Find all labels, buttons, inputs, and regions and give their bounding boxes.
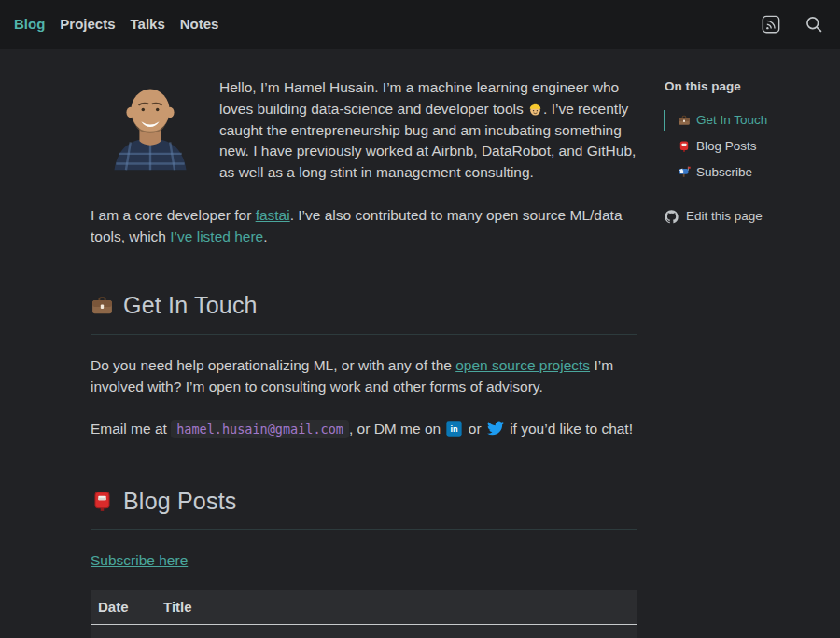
edit-this-page-link[interactable]: Edit this page (665, 207, 834, 226)
toc-item-subscribe[interactable]: Subscribe (665, 160, 834, 186)
get-in-touch-heading: Get In Touch (91, 288, 637, 335)
toc-title: On this page (665, 77, 834, 96)
blog-posts-section: Blog Posts Subscribe here Date Title 1/1… (91, 484, 637, 638)
svg-text:in: in (451, 424, 459, 434)
open-source-projects-link[interactable]: open source projects (455, 357, 590, 373)
nav-item-notes[interactable]: Notes (180, 14, 219, 35)
twitter-icon[interactable] (487, 420, 504, 443)
consulting-paragraph: Do you need help operationalizing ML, or… (91, 355, 637, 398)
email-address[interactable]: hamel.husain@gmail.com (171, 420, 349, 438)
fastai-link[interactable]: fastai (256, 207, 290, 223)
core-dev-paragraph: I am a core developer for fastai. I’ve a… (91, 205, 637, 248)
blog-posts-heading: Blog Posts (91, 484, 637, 531)
nav-links: Blog Projects Talks Notes (14, 14, 218, 35)
table-header-date: Date (91, 590, 156, 625)
on-this-page-sidebar: On this page Get In Touch Blog Posts Sub… (665, 77, 834, 226)
intro-section: Hello, I’m Hamel Husain. I’m a machine l… (91, 77, 637, 184)
briefcase-emoji (91, 294, 114, 317)
nav-item-blog[interactable]: Blog (14, 14, 45, 35)
github-icon (665, 210, 679, 224)
search-icon[interactable] (805, 15, 823, 34)
navbar: Blog Projects Talks Notes (0, 0, 840, 49)
subscribe-here-link[interactable]: Subscribe here (91, 552, 188, 568)
postbox-emoji (91, 490, 114, 513)
email-paragraph: Email me at hamel.husain@gmail.com, or D… (91, 419, 637, 443)
table-row: 1/16/23 Why Should ML Engineers Learn Ku… (91, 625, 637, 638)
avatar (100, 79, 201, 171)
post-date: 1/16/23 (91, 625, 156, 638)
table-header-title: Title (156, 590, 637, 625)
postbox-emoji (678, 140, 691, 153)
subscribe-paragraph: Subscribe here (91, 550, 637, 572)
main-content: Hello, I’m Hamel Husain. I’m a machine l… (91, 77, 637, 638)
linkedin-icon[interactable]: in (446, 421, 462, 443)
toc-item-blog-posts[interactable]: Blog Posts (665, 133, 834, 160)
construction-worker-emoji (527, 101, 543, 117)
rss-icon[interactable] (762, 15, 780, 34)
mailbox-emoji (678, 165, 691, 178)
toc-item-get-in-touch[interactable]: Get In Touch (665, 107, 834, 133)
get-in-touch-section: Get In Touch Do you need help operationa… (91, 288, 637, 442)
toc-list: Get In Touch Blog Posts Subscribe (665, 107, 834, 186)
briefcase-emoji (678, 114, 691, 127)
blog-posts-table: Date Title 1/16/23 Why Should ML Enginee… (91, 590, 637, 638)
listed-here-link[interactable]: I’ve listed here (170, 229, 263, 244)
nav-item-projects[interactable]: Projects (60, 14, 115, 35)
nav-item-talks[interactable]: Talks (131, 14, 165, 35)
